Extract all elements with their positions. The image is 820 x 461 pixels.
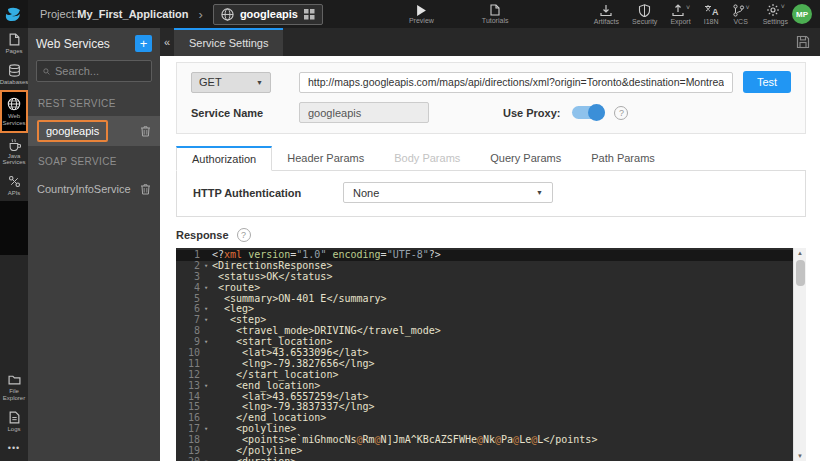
http-authentication-select[interactable]: None ▼ [343,182,553,203]
java-services-coffee-icon [8,138,21,151]
request-url-input[interactable] [299,72,733,93]
code-line: 6▾ <leg> [176,304,793,315]
export-button[interactable]: ˅Export [670,4,690,25]
fold-arrow-icon[interactable]: ▾ [200,381,212,392]
fold-arrow-icon[interactable]: ▾ [200,457,212,461]
vcs-branch-icon: ˅ [732,4,750,17]
scroll-up-arrow[interactable]: ▲ [797,248,803,258]
test-button[interactable]: Test [743,71,791,93]
scroll-down-arrow[interactable]: ▼ [797,451,803,461]
more-menu-button[interactable]: ••• [8,437,20,461]
http-authentication-label: HTTP Authentication [193,187,303,199]
service-item-googleapis[interactable]: googleapis [28,116,160,146]
settings-button[interactable]: ˅Settings [763,3,788,25]
main-area: « Service Settings GET ▼ [160,28,820,461]
delete-service-trash-icon[interactable] [140,125,151,137]
fold-arrow-icon[interactable]: ▾ [200,424,212,435]
sidebar-item-label: Logs [7,426,20,433]
apis-icon [8,175,21,188]
left-nav-rail: PagesDatabasesWeb ServicesJava ServicesA… [0,28,28,461]
use-proxy-toggle[interactable] [572,106,605,119]
svg-text:A: A [712,7,719,17]
sidebar-item-apis[interactable]: APIs [0,170,28,201]
response-code-editor[interactable]: 1<?xml version="1.0" encoding="UTF-8"?>2… [176,248,793,461]
http-method-select[interactable]: GET ▼ [191,72,271,93]
tutorials-doc-icon [489,4,501,16]
scrollbar-thumb[interactable] [796,260,805,286]
export-label: Export [670,18,690,25]
tab-header-params[interactable]: Header Params [272,146,379,171]
response-help-icon[interactable]: ? [237,228,251,242]
add-service-button[interactable]: + [135,35,152,52]
code-text: <duration> [212,457,296,461]
wavemaker-logo-icon[interactable] [0,0,28,28]
search-input[interactable] [55,65,145,77]
preview-button[interactable]: Preview [409,5,434,24]
user-avatar[interactable]: MP [792,4,812,24]
fold-gutter [200,402,212,413]
security-label: Security [632,18,657,25]
tutorials-button[interactable]: Tutorials [482,4,509,24]
tab-service-settings[interactable]: Service Settings [174,28,283,56]
tab-query-params[interactable]: Query Params [475,146,576,171]
http-method-value: GET [199,76,222,88]
settings-gear-icon: ˅ [766,3,785,17]
code-line: 20▾ <duration> [176,457,793,461]
save-button[interactable] [786,28,820,56]
topbar-actions: ArtifactsSecurity˅ExportAI18N˅VCS˅Settin… [594,3,788,25]
fold-arrow-icon[interactable]: ▾ [200,337,212,348]
fold-arrow-icon[interactable]: ▾ [200,304,212,315]
tab-path-params[interactable]: Path Params [576,146,670,171]
sidebar-item-databases[interactable]: Databases [0,59,28,90]
dropdown-caret-icon: ˅ [746,4,750,11]
i18n-button[interactable]: AI18N [704,4,719,25]
tab-authorization[interactable]: Authorization [176,146,272,171]
fold-gutter [200,326,212,337]
search-icon [43,66,50,77]
sidebar-item-web-services[interactable]: Web Services [0,90,28,133]
delete-service-trash-icon[interactable] [140,183,151,195]
rail-divider [0,201,28,255]
param-tabs: AuthorizationHeader ParamsBody ParamsQue… [176,146,806,171]
dashboard-grid-icon[interactable] [304,9,315,20]
fold-arrow-icon[interactable]: ▾ [200,315,212,326]
fold-gutter [200,294,212,305]
request-form: GET ▼ Test Service Name Use Proxy: ? [176,62,806,134]
http-authentication-value: None [353,187,379,199]
service-name-input[interactable] [299,102,429,123]
fold-arrow-icon[interactable]: ▾ [200,261,212,272]
export-upload-icon: ˅ [671,4,690,17]
service-item-CountryInfoService[interactable]: CountryInfoService [28,174,160,204]
line-number: 20 [176,457,200,461]
security-shield-icon [638,4,651,17]
project-breadcrumb[interactable]: Project:My_First_Application [40,8,189,20]
collapse-panel-button[interactable]: « [160,28,174,56]
tutorials-label: Tutorials [482,17,509,24]
service-item-label: CountryInfoService [37,183,140,195]
save-floppy-icon [796,35,810,49]
fold-gutter [200,348,212,359]
editor-scrollbar[interactable]: ▲ ▼ [793,248,806,461]
pages-icon [8,33,21,46]
artifacts-download-icon [599,4,613,17]
select-arrow-icon: ▼ [256,79,263,86]
security-button[interactable]: Security [632,4,657,25]
document-tab-bar: « Service Settings [160,28,820,56]
sidebar-item-java-services[interactable]: Java Services [0,133,28,171]
sidebar-item-logs[interactable]: Logs [0,406,28,437]
panel-title: Web Services [36,37,135,51]
globe-icon [221,8,234,21]
service-search-box[interactable] [36,60,152,82]
vcs-button[interactable]: ˅VCS [732,4,750,25]
project-name: My_First_Application [77,8,188,20]
sidebar-item-pages[interactable]: Pages [0,28,28,59]
sidebar-item-file-explorer[interactable]: File Explorer [0,368,28,406]
fold-arrow-icon[interactable]: ▾ [200,283,212,294]
open-service-tab[interactable]: googleapis [213,4,323,25]
fold-gutter [200,435,212,446]
service-section-header: SOAP SERVICE [28,146,160,174]
artifacts-button[interactable]: Artifacts [594,4,619,25]
sidebar-item-label: APIs [8,190,21,197]
i18n-label: I18N [704,18,719,25]
proxy-help-icon[interactable]: ? [614,106,628,120]
